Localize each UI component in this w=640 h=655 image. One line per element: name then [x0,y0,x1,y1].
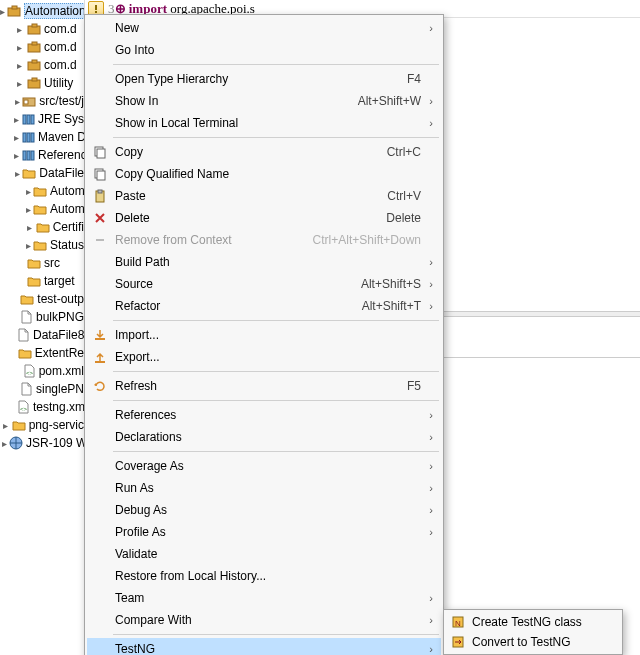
expand-icon[interactable]: ▸ [14,78,25,89]
menu-accelerator: Ctrl+C [379,145,421,159]
tree-label: Certifi [53,220,84,234]
menu-label: New [111,21,421,35]
expand-icon[interactable]: ▸ [14,60,25,71]
tree-item[interactable]: ▸Referenc [0,146,84,164]
tree-item[interactable]: ▸com.d [0,20,84,38]
tree-item[interactable]: ▸Autom [0,200,84,218]
tree-item[interactable]: <>testng.xm [0,398,84,416]
tree-label: Referenc [38,148,85,162]
tree-item[interactable]: ▸JRE Syste [0,110,84,128]
delete-icon [89,209,111,227]
tree-item[interactable]: DataFile8 [0,326,84,344]
tree-item[interactable]: ▸png-servic [0,416,84,434]
menu-item-copy[interactable]: CopyCtrl+C [87,141,441,163]
testng-submenu[interactable]: NCreate TestNG classConvert to TestNG [443,609,623,655]
tree-item[interactable]: ▸Autom [0,182,84,200]
expand-icon[interactable]: ▸ [14,114,19,125]
expand-icon[interactable]: ▸ [0,6,5,17]
menu-item-paste[interactable]: PasteCtrl+V [87,185,441,207]
menu-label: Refactor [111,299,354,313]
tree-item[interactable]: ▸Certifi [0,218,84,236]
menu-item-coverage-as[interactable]: Coverage As› [87,455,441,477]
tree-label: com.d [44,22,77,36]
node-icon [20,147,36,163]
menu-item-debug-as[interactable]: Debug As› [87,499,441,521]
menu-item-restore-from-local-history[interactable]: Restore from Local History... [87,565,441,587]
context-menu[interactable]: New›Go IntoOpen Type HierarchyF4Show InA… [84,14,444,655]
tree-item[interactable]: ▸JSR-109 We [0,434,84,452]
menu-item-export[interactable]: Export... [87,346,441,368]
menu-item-show-in-local-terminal[interactable]: Show in Local Terminal› [87,112,441,134]
menu-accelerator: Alt+Shift+T [354,299,421,313]
menu-item-go-into[interactable]: Go Into [87,39,441,61]
menu-item-open-type-hierarchy[interactable]: Open Type HierarchyF4 [87,68,441,90]
tree-label: bulkPNG [36,310,84,324]
tree-item[interactable]: target [0,272,84,290]
tree-item[interactable]: ▸com.d [0,38,84,56]
menu-item-profile-as[interactable]: Profile As› [87,521,441,543]
menu-label: Show In [111,94,350,108]
svg-rect-31 [98,190,102,193]
node-icon [26,75,42,91]
blank-icon [89,406,111,424]
expand-icon[interactable]: ▸ [14,24,25,35]
expand-icon[interactable]: ▸ [26,222,34,233]
expand-icon[interactable]: ▸ [14,42,25,53]
menu-item-validate[interactable]: Validate [87,543,441,565]
menu-item-compare-with[interactable]: Compare With› [87,609,441,631]
menu-item-testng[interactable]: TestNG› [87,638,441,655]
menu-item-import[interactable]: Import... [87,324,441,346]
menu-item-refactor[interactable]: RefactorAlt+Shift+T› [87,295,441,317]
tree-item[interactable]: singlePN [0,380,84,398]
tree-item[interactable]: ▸Status [0,236,84,254]
tree-root-label[interactable]: Automation_Suite [24,3,85,19]
package-explorer[interactable]: ▸ Automation_Suite ▸com.d▸com.d▸com.d▸Ut… [0,0,85,655]
submenu-item-convert-to-testng[interactable]: Convert to TestNG [446,632,620,652]
menu-item-refresh[interactable]: RefreshF5 [87,375,441,397]
menu-item-copy-qualified-name[interactable]: Copy Qualified Name [87,163,441,185]
menu-item-team[interactable]: Team› [87,587,441,609]
expand-icon[interactable]: ▸ [26,186,31,197]
expand-icon[interactable]: ▸ [2,438,7,449]
expand-icon[interactable]: ▸ [26,240,31,251]
svg-rect-13 [27,115,30,124]
tree-item[interactable]: test-outp [0,290,84,308]
node-icon [11,417,27,433]
tree-root[interactable]: ▸ Automation_Suite [0,2,84,20]
tree-item[interactable]: ▸DataFile [0,164,84,182]
expand-icon[interactable]: ▸ [14,96,20,107]
tree-item[interactable]: src [0,254,84,272]
menu-item-delete[interactable]: DeleteDelete [87,207,441,229]
expand-icon[interactable]: ▸ [14,168,20,179]
tree-item[interactable]: bulkPNG [0,308,84,326]
menu-item-new[interactable]: New› [87,17,441,39]
submenu-arrow-icon: › [421,460,433,472]
blank-icon [89,589,111,607]
menu-item-source[interactable]: SourceAlt+Shift+S› [87,273,441,295]
menu-item-build-path[interactable]: Build Path› [87,251,441,273]
node-icon [19,291,35,307]
tree-item[interactable]: <>pom.xml [0,362,84,380]
svg-rect-32 [96,239,104,241]
expand-icon[interactable]: ▸ [2,420,10,431]
menu-item-run-as[interactable]: Run As› [87,477,441,499]
svg-rect-12 [23,115,26,124]
tree-label: DataFile8 [33,328,84,342]
node-icon [35,219,51,235]
menu-item-show-in[interactable]: Show InAlt+Shift+W› [87,90,441,112]
expand-icon[interactable]: ▸ [26,204,31,215]
tree-item[interactable]: ▸Maven D [0,128,84,146]
svg-rect-5 [32,42,37,45]
menu-accelerator: Alt+Shift+S [353,277,421,291]
tree-item[interactable]: ExtentRe [0,344,84,362]
tree-item[interactable]: ▸src/test/j [0,92,84,110]
menu-item-references[interactable]: References› [87,404,441,426]
expand-icon[interactable]: ▸ [14,150,19,161]
menu-label: Debug As [111,503,421,517]
tree-item[interactable]: ▸com.d [0,56,84,74]
expand-icon[interactable]: ▸ [14,132,19,143]
menu-item-declarations[interactable]: Declarations› [87,426,441,448]
submenu-item-create-testng-class[interactable]: NCreate TestNG class [446,612,620,632]
tree-item[interactable]: ▸Utility [0,74,84,92]
node-icon [8,435,24,451]
